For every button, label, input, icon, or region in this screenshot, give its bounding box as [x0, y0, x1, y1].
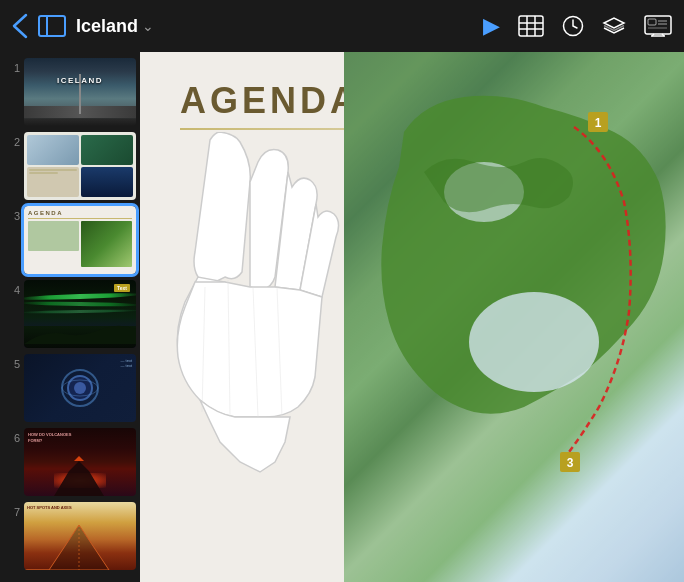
slide-item-1[interactable]: 1 ICELAND: [4, 58, 136, 126]
slide-number-2: 2: [4, 132, 20, 148]
slide-item-6[interactable]: 6 HOW DO VOLCANOESFORM?: [4, 428, 136, 496]
svg-point-16: [74, 382, 86, 394]
slide-item-5[interactable]: 5 — text— text: [4, 354, 136, 422]
slide-item-3[interactable]: 3 AGENDA: [4, 206, 136, 274]
slide-number-1: 1: [4, 58, 20, 74]
presentation-title: Iceland: [76, 16, 138, 37]
title-chevron-icon: ⌄: [142, 18, 154, 34]
svg-text:1: 1: [595, 116, 602, 130]
table-icon[interactable]: [518, 15, 544, 37]
slide-item-7[interactable]: 7 HOT SPOTS AND AXES: [4, 502, 136, 570]
map-background: 1 3: [344, 52, 684, 582]
toolbar: Iceland ⌄ ▶: [0, 0, 684, 52]
toolbar-left: Iceland ⌄: [12, 13, 475, 39]
toolbar-right: ▶: [483, 13, 672, 39]
slide-number-3: 3: [4, 206, 20, 222]
slide-number-4: 4: [4, 280, 20, 296]
svg-text:3: 3: [567, 456, 574, 470]
slide-thumb-7[interactable]: HOT SPOTS AND AXES: [24, 502, 136, 570]
play-button[interactable]: ▶: [483, 13, 500, 39]
map-overlay: 1 3: [344, 52, 684, 582]
title-group[interactable]: Iceland ⌄: [76, 16, 154, 37]
back-button[interactable]: [12, 13, 28, 39]
slide-number-6: 6: [4, 428, 20, 444]
slide-layout-icon[interactable]: [38, 15, 66, 37]
slide-item-4[interactable]: 4 Text: [4, 280, 136, 348]
screen-icon[interactable]: [644, 15, 672, 37]
hand-gesture-overlay: [140, 132, 380, 552]
svg-rect-10: [648, 19, 656, 25]
slide-thumb-4[interactable]: Text: [24, 280, 136, 348]
agenda-title: AGENDA: [180, 80, 360, 122]
slide-thumb-2[interactable]: [24, 132, 136, 200]
slide-thumb-3[interactable]: AGENDA: [24, 206, 136, 274]
svg-point-20: [469, 292, 599, 392]
main-slide: AGENDA: [140, 52, 684, 582]
slide-item-2[interactable]: 2: [4, 132, 136, 200]
slide-number-7: 7: [4, 502, 20, 518]
layers-icon[interactable]: [602, 15, 626, 37]
slide-thumb-1[interactable]: ICELAND: [24, 58, 136, 126]
canvas-area: AGENDA: [140, 52, 684, 582]
slide-thumb-5[interactable]: — text— text: [24, 354, 136, 422]
svg-rect-0: [519, 16, 543, 36]
clock-icon[interactable]: [562, 15, 584, 37]
slide-number-5: 5: [4, 354, 20, 370]
slide-thumb-6[interactable]: HOW DO VOLCANOESFORM?: [24, 428, 136, 496]
slides-panel: 1 ICELAND 2 3 AGENDA: [0, 52, 140, 582]
